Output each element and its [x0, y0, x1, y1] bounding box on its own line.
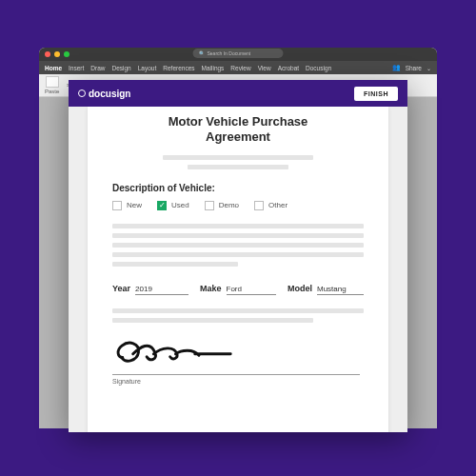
docusign-logo: docusign — [78, 89, 130, 99]
signature-line — [112, 374, 360, 375]
placeholder-text — [112, 224, 364, 228]
signature-icon — [112, 332, 236, 372]
placeholder-text — [112, 308, 364, 313]
document-title-line2: Agreement — [112, 129, 364, 145]
tab-docusign[interactable]: Docusign — [306, 65, 331, 71]
tab-acrobat[interactable]: Acrobat — [278, 65, 299, 71]
share-icon — [392, 64, 401, 71]
document-title: Motor Vehicle Purchase Agreement — [112, 114, 364, 146]
year-value: 2019 — [135, 285, 188, 295]
signature-caption: Signature — [112, 378, 364, 385]
checkbox-other[interactable]: Other — [254, 201, 288, 210]
tab-review[interactable]: Review — [230, 65, 250, 71]
vehicle-condition-group: New ✓ Used Demo Other — [112, 201, 364, 210]
placeholder-text — [112, 318, 313, 323]
checkbox-used[interactable]: ✓ Used — [157, 201, 189, 210]
tab-view[interactable]: View — [258, 65, 271, 71]
tab-references[interactable]: References — [163, 65, 194, 71]
checkbox-demo-label: Demo — [219, 201, 239, 209]
checkbox-icon — [112, 201, 122, 210]
document-page: Motor Vehicle Purchase Agreement Descrip… — [88, 107, 388, 432]
clipboard-icon — [46, 76, 59, 88]
docusign-body: Motor Vehicle Purchase Agreement Descrip… — [69, 107, 407, 432]
field-model[interactable]: Model Mustang — [288, 284, 364, 295]
placeholder-text — [112, 243, 364, 248]
placeholder-text — [112, 252, 364, 257]
checkbox-checked-icon: ✓ — [157, 201, 167, 210]
make-value: Ford — [227, 285, 276, 295]
field-make[interactable]: Make Ford — [200, 284, 276, 295]
tab-mailings[interactable]: Mailings — [202, 65, 225, 71]
window-close-icon[interactable] — [45, 51, 50, 57]
document-title-line1: Motor Vehicle Purchase — [112, 114, 364, 129]
tab-draw[interactable]: Draw — [90, 65, 105, 71]
checkbox-icon — [254, 201, 264, 210]
placeholder-text — [188, 165, 288, 169]
checkbox-other-label: Other — [268, 201, 288, 209]
share-button[interactable]: Share — [406, 65, 422, 71]
docusign-header: docusign FINISH — [69, 80, 407, 107]
tab-design[interactable]: Design — [112, 65, 131, 71]
placeholder-text — [112, 233, 364, 238]
paste-label: Paste — [45, 89, 59, 94]
window-zoom-icon[interactable] — [64, 51, 69, 57]
make-label: Make — [200, 284, 222, 293]
tab-insert[interactable]: Insert — [69, 65, 84, 71]
checkbox-icon — [205, 201, 214, 210]
model-value: Mustang — [317, 285, 364, 295]
search-icon: 🔍 — [199, 50, 205, 56]
docusign-logo-icon — [78, 89, 86, 97]
ribbon-tabs: 🔍 Search In Document Home Insert Draw De… — [39, 61, 437, 74]
section-vehicle-label: Description of Vehicle: — [112, 183, 364, 193]
search-placeholder: Search In Document — [208, 50, 251, 56]
checkbox-new[interactable]: New — [112, 201, 142, 210]
paste-button[interactable]: Paste — [45, 76, 59, 94]
finish-button[interactable]: FINISH — [354, 87, 398, 101]
signature-block[interactable]: Signature — [112, 332, 364, 385]
checkbox-used-label: Used — [171, 201, 189, 209]
checkbox-new-label: New — [127, 201, 142, 209]
placeholder-text — [112, 262, 238, 267]
tab-home[interactable]: Home — [45, 65, 62, 71]
model-label: Model — [288, 284, 312, 293]
tab-layout[interactable]: Layout — [138, 65, 157, 71]
year-label: Year — [112, 284, 130, 293]
vehicle-fields-row: Year 2019 Make Ford Model Mustang — [112, 284, 364, 295]
checkbox-demo[interactable]: Demo — [205, 201, 239, 210]
field-year[interactable]: Year 2019 — [112, 284, 188, 295]
chevron-down-icon[interactable]: ⌄ — [426, 65, 431, 71]
docusign-modal: docusign FINISH Motor Vehicle Purchase A… — [69, 80, 407, 432]
placeholder-text — [163, 155, 313, 160]
docusign-brand-text: docusign — [89, 89, 130, 99]
window-minimize-icon[interactable] — [54, 51, 60, 57]
search-input[interactable]: 🔍 Search In Document — [193, 49, 284, 58]
